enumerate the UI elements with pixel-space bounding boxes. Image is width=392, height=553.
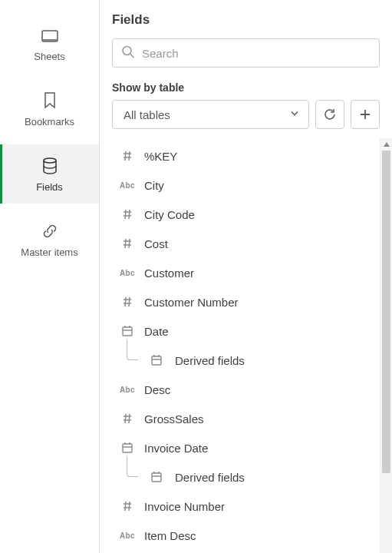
scrollbar[interactable] — [380, 138, 392, 553]
table-select[interactable]: All tables — [112, 100, 309, 129]
field-item[interactable]: AbcCustomer — [112, 258, 377, 287]
sidebar-item-sheets[interactable]: Sheets — [0, 14, 99, 73]
hash-icon — [118, 500, 137, 512]
field-item[interactable]: AbcDesc — [112, 375, 377, 404]
field-label: GrossSales — [144, 412, 204, 426]
field-item[interactable]: Date — [112, 316, 377, 346]
field-item[interactable]: Derived fields — [112, 346, 377, 375]
refresh-icon — [323, 108, 337, 121]
field-label: Customer — [144, 267, 194, 280]
field-item[interactable]: AbcCity — [112, 171, 377, 200]
text-type-icon: Abc — [118, 181, 137, 190]
text-type-icon: Abc — [118, 386, 137, 394]
calendar-icon — [118, 442, 137, 454]
sidebar-item-master-items[interactable]: Master items — [0, 210, 99, 269]
sidebar-item-label: Master items — [21, 247, 77, 258]
field-item[interactable]: Customer Number — [112, 287, 377, 316]
sidebar-item-bookmarks[interactable]: Bookmarks — [0, 79, 99, 138]
svg-rect-3 — [123, 327, 132, 336]
svg-rect-5 — [123, 444, 132, 452]
field-label: Invoice Number — [144, 500, 225, 513]
sidebar-item-fields[interactable]: Fields — [0, 144, 99, 204]
search-input[interactable] — [112, 38, 380, 68]
add-button[interactable] — [351, 100, 380, 129]
text-type-icon: Abc — [118, 531, 137, 540]
scroll-thumb[interactable] — [382, 151, 390, 473]
left-sidebar: Sheets Bookmarks Fields Master items — [0, 0, 100, 553]
field-label: Desc — [144, 383, 170, 396]
show-by-table-label: Show by table — [112, 81, 380, 94]
field-label: Derived fields — [175, 354, 245, 367]
field-label: Customer Number — [144, 296, 239, 309]
panel-title: Fields — [112, 12, 380, 28]
hash-icon — [118, 237, 137, 250]
field-label: Date — [144, 325, 169, 338]
scroll-up-icon — [380, 138, 392, 151]
search-wrap — [112, 38, 380, 68]
hash-icon — [118, 296, 137, 308]
sidebar-item-label: Fields — [36, 181, 63, 193]
controls-row: All tables — [112, 100, 380, 129]
field-item[interactable]: %KEY — [112, 141, 377, 171]
hash-icon — [118, 150, 137, 162]
link-icon — [41, 222, 59, 240]
fields-panel: Fields Show by table All tables %KEYAbcC… — [100, 0, 392, 553]
field-label: City — [144, 179, 164, 192]
refresh-button[interactable] — [315, 100, 344, 129]
hash-icon — [118, 412, 137, 425]
field-label: Cost — [144, 237, 168, 250]
plus-icon — [359, 108, 371, 121]
svg-point-2 — [123, 47, 131, 55]
text-type-icon: Abc — [118, 269, 137, 277]
sidebar-item-label: Bookmarks — [25, 116, 74, 127]
calendar-derived-icon — [149, 354, 167, 366]
field-label: %KEY — [144, 150, 177, 163]
hash-icon — [118, 208, 137, 220]
field-list-wrap: %KEYAbcCityCity CodeCostAbcCustomerCusto… — [112, 138, 392, 553]
field-label: Invoice Date — [144, 442, 208, 455]
svg-rect-4 — [152, 356, 161, 365]
field-list: %KEYAbcCityCity CodeCostAbcCustomerCusto… — [112, 138, 392, 550]
bookmark-icon — [41, 91, 59, 110]
field-item[interactable]: GrossSales — [112, 404, 377, 433]
field-item[interactable]: Invoice Number — [112, 492, 377, 521]
field-item[interactable]: City Code — [112, 200, 377, 229]
field-item[interactable]: Invoice Date — [112, 433, 377, 462]
sheets-icon — [41, 26, 59, 45]
svg-rect-6 — [152, 473, 161, 482]
calendar-icon — [118, 325, 137, 337]
search-icon — [121, 45, 135, 61]
sidebar-item-label: Sheets — [34, 51, 64, 62]
field-label: Item Desc — [144, 529, 196, 542]
field-item[interactable]: AbcItem Desc — [112, 521, 377, 550]
field-item[interactable]: Derived fields — [112, 462, 377, 492]
table-select-wrap: All tables — [112, 100, 309, 129]
field-item[interactable]: Cost — [112, 229, 377, 258]
field-label: City Code — [144, 208, 195, 221]
calendar-derived-icon — [149, 471, 167, 483]
svg-point-1 — [44, 158, 56, 163]
database-icon — [41, 157, 59, 175]
field-label: Derived fields — [175, 471, 245, 484]
